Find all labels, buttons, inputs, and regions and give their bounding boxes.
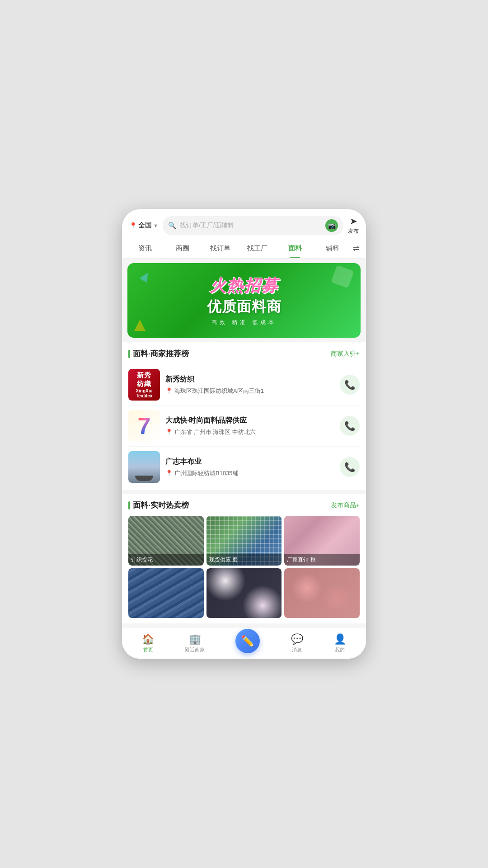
banner-decoration-2 bbox=[134, 320, 145, 331]
merchant-address-xinxiu: 📍 海珠区珠江国际纺织城A区南三街1 bbox=[165, 387, 334, 395]
merchant-section-header: 面料·商家推荐榜 商家入驻+ bbox=[128, 349, 360, 359]
merchant-logo-guangzhi bbox=[128, 451, 160, 483]
product-label-1: 针织提花 bbox=[128, 554, 204, 566]
pin-icon-2: 📍 bbox=[165, 429, 173, 435]
section-title-wrap: 面料·商家推荐榜 bbox=[128, 349, 189, 359]
header: 📍 全国 ▼ 🔍 找订单/工厂/面辅料 📷 ➤ 发布 bbox=[122, 209, 366, 240]
product-label-2: 现货供应 磨 bbox=[206, 554, 282, 566]
search-placeholder: 找订单/工厂/面辅料 bbox=[180, 222, 322, 230]
number-7-logo: 7 bbox=[138, 414, 151, 438]
address-text-dacheng: 广东省 广州市 海珠区 中纺北六 bbox=[174, 428, 256, 436]
bottom-nav: 🏠 首页 🏢 附近商家 ✏️ 💬 消息 👤 我的 bbox=[122, 627, 366, 659]
location-icon: 📍 bbox=[129, 222, 137, 229]
nav-center-button[interactable]: ✏️ bbox=[235, 629, 260, 653]
banner-title2: 优质面料商 bbox=[207, 297, 282, 317]
merchant-name-xinxiu: 新秀纺织 bbox=[165, 375, 334, 384]
section-bar-icon bbox=[128, 350, 130, 358]
merchant-info-guangzhi: 广志丰布业 📍 广州国际轻纺城B1035铺 bbox=[165, 457, 334, 477]
merchant-item-xinxiu[interactable]: 新秀纺織 XingXiu Textilex 新秀纺织 📍 海珠区珠江国际纺织城A… bbox=[128, 364, 360, 406]
product-grid: 针织提花 现货供应 磨 厂家直销 秋 bbox=[128, 516, 360, 621]
publish-button[interactable]: ➤ 发布 bbox=[348, 216, 359, 235]
merchant-address-dacheng: 📍 广东省 广州市 海珠区 中纺北六 bbox=[165, 428, 334, 436]
boat-shape bbox=[135, 476, 153, 481]
nav-item-nearby[interactable]: 🏢 附近商家 bbox=[185, 633, 205, 653]
nav-label-nearby: 附近商家 bbox=[185, 646, 205, 653]
phone-icon-3: 📞 bbox=[344, 462, 356, 472]
tab-zixun[interactable]: 资讯 bbox=[127, 241, 164, 255]
nav-more-icon[interactable]: ⇌ bbox=[351, 244, 361, 254]
product-item-3[interactable]: 厂家直销 秋 bbox=[284, 516, 360, 566]
pin-icon: 📍 bbox=[165, 387, 173, 394]
banner-content: 火热招募 优质面料商 高效 精准 低成本 bbox=[207, 275, 282, 326]
phone-icon-2: 📞 bbox=[344, 420, 356, 431]
publish-icon: ➤ bbox=[350, 216, 357, 226]
camera-icon: 📷 bbox=[328, 222, 336, 229]
merchant-logo-xinxiu: 新秀纺織 XingXiu Textilex bbox=[128, 369, 160, 401]
chevron-down-icon: ▼ bbox=[153, 223, 158, 228]
product-title-wrap: 面料·实时热卖榜 bbox=[128, 500, 189, 510]
product-item-6[interactable] bbox=[284, 568, 360, 618]
merchant-item-dacheng[interactable]: 7 大成快·时尚面料品牌供应 📍 广东省 广州市 海珠区 中纺北六 📞 bbox=[128, 406, 360, 447]
logo-text: 新秀纺織 bbox=[137, 371, 151, 388]
merchant-address-guangzhi: 📍 广州国际轻纺城B1035铺 bbox=[165, 469, 334, 477]
tab-fuliao[interactable]: 辅料 bbox=[314, 241, 351, 255]
nav-tabs: 资讯 商圈 找订单 找工厂 面料 辅料 ⇌ bbox=[122, 240, 366, 259]
phone-frame: 📍 全国 ▼ 🔍 找订单/工厂/面辅料 📷 ➤ 发布 资讯 商圈 找订单 找工厂… bbox=[122, 209, 366, 659]
location-button[interactable]: 📍 全国 ▼ bbox=[129, 221, 158, 230]
call-button-xinxiu[interactable]: 📞 bbox=[340, 375, 360, 395]
product-item-5[interactable] bbox=[206, 568, 282, 618]
address-text-guangzhi: 广州国际轻纺城B1035铺 bbox=[174, 469, 239, 477]
call-button-dacheng[interactable]: 📞 bbox=[340, 416, 360, 436]
merchant-section: 面料·商家推荐榜 商家入驻+ 新秀纺織 XingXiu Textilex 新秀纺… bbox=[122, 342, 366, 490]
product-section: 面料·实时热卖榜 发布商品+ 针织提花 现货供应 磨 厂家直销 秋 bbox=[122, 494, 366, 623]
product-section-bar bbox=[128, 501, 130, 509]
merchant-name-guangzhi: 广志丰布业 bbox=[165, 457, 334, 467]
nav-label-messages: 消息 bbox=[292, 646, 302, 653]
product-section-title: 面料·实时热卖榜 bbox=[133, 500, 189, 510]
nav-item-home[interactable]: 🏠 首页 bbox=[142, 633, 154, 653]
product-item-2[interactable]: 现货供应 磨 bbox=[206, 516, 282, 566]
banner-subtitle: 高效 精准 低成本 bbox=[207, 319, 282, 326]
tab-shangjuan[interactable]: 商圈 bbox=[164, 241, 202, 255]
home-icon: 🏠 bbox=[142, 633, 154, 645]
nearby-icon: 🏢 bbox=[189, 633, 201, 645]
banner-title1: 火热招募 bbox=[207, 275, 282, 297]
product-item-4[interactable] bbox=[128, 568, 204, 618]
tab-zhaogongchang[interactable]: 找工厂 bbox=[239, 241, 276, 255]
publish-label: 发布 bbox=[348, 227, 359, 235]
profile-icon: 👤 bbox=[334, 633, 346, 645]
messages-icon: 💬 bbox=[291, 633, 303, 645]
merchant-section-title: 面料·商家推荐榜 bbox=[133, 349, 189, 359]
nav-label-home: 首页 bbox=[143, 646, 153, 653]
banner[interactable]: 火热招募 优质面料商 高效 精准 低成本 bbox=[127, 263, 361, 338]
compose-icon: ✏️ bbox=[241, 635, 254, 647]
nav-item-profile[interactable]: 👤 我的 bbox=[334, 633, 346, 653]
merchant-info-dacheng: 大成快·时尚面料品牌供应 📍 广东省 广州市 海珠区 中纺北六 bbox=[165, 416, 334, 436]
product-publish-button[interactable]: 发布商品+ bbox=[331, 501, 360, 509]
call-button-guangzhi[interactable]: 📞 bbox=[340, 457, 360, 477]
merchant-join-button[interactable]: 商家入驻+ bbox=[331, 350, 360, 358]
location-text: 全国 bbox=[138, 221, 152, 230]
nav-item-messages[interactable]: 💬 消息 bbox=[291, 633, 303, 653]
product-item-1[interactable]: 针织提花 bbox=[128, 516, 204, 566]
main-content: 火热招募 优质面料商 高效 精准 低成本 面料·商家推荐榜 商家入驻+ 新秀纺織 bbox=[122, 259, 366, 659]
search-bar[interactable]: 🔍 找订单/工厂/面辅料 📷 bbox=[163, 216, 343, 235]
product-section-header: 面料·实时热卖榜 发布商品+ bbox=[128, 500, 360, 510]
nav-label-profile: 我的 bbox=[335, 646, 345, 653]
merchant-info-xinxiu: 新秀纺织 📍 海珠区珠江国际纺织城A区南三街1 bbox=[165, 375, 334, 395]
tab-mianla[interactable]: 面料 bbox=[276, 241, 314, 255]
search-icon: 🔍 bbox=[168, 222, 177, 230]
camera-button[interactable]: 📷 bbox=[325, 219, 338, 232]
tab-zhaodan[interactable]: 找订单 bbox=[202, 241, 239, 255]
phone-icon: 📞 bbox=[344, 379, 356, 390]
merchant-item-guangzhi[interactable]: 广志丰布业 📍 广州国际轻纺城B1035铺 📞 bbox=[128, 447, 360, 487]
merchant-logo-dacheng: 7 bbox=[128, 410, 160, 442]
logo-subtext: XingXiu Textilex bbox=[130, 388, 158, 398]
pin-icon-3: 📍 bbox=[165, 470, 173, 476]
banner-decoration-1 bbox=[331, 265, 354, 288]
product-label-3: 厂家直销 秋 bbox=[284, 554, 360, 566]
banner-decoration-3 bbox=[139, 270, 151, 283]
address-text-xinxiu: 海珠区珠江国际纺织城A区南三街1 bbox=[174, 387, 264, 395]
merchant-name-dacheng: 大成快·时尚面料品牌供应 bbox=[165, 416, 334, 425]
